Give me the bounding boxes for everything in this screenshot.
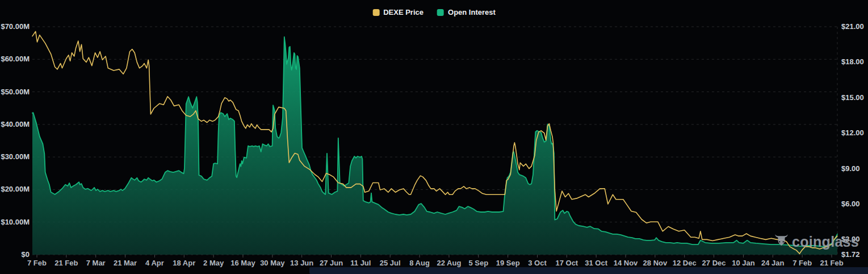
x-axis-label: 28 Nov bbox=[643, 259, 668, 267]
left-axis-label: $0 bbox=[0, 250, 30, 259]
chart-canvas[interactable] bbox=[0, 0, 868, 274]
x-axis-label: 5 Sep bbox=[468, 259, 488, 267]
x-axis-label: 27 Dec bbox=[702, 259, 726, 267]
x-axis-label: 4 Apr bbox=[145, 259, 164, 267]
legend-item-open-interest[interactable]: Open Interest bbox=[437, 8, 496, 16]
x-axis-label: 2 May bbox=[203, 259, 224, 267]
legend-swatch bbox=[372, 9, 379, 16]
left-axis-label: $60.00M bbox=[0, 55, 30, 64]
x-axis-label: 14 Nov bbox=[614, 259, 638, 267]
right-axis-label: $6.00 bbox=[841, 200, 860, 209]
x-axis-label: 8 Aug bbox=[409, 259, 430, 267]
x-axis-label: 19 Sep bbox=[496, 259, 520, 267]
x-axis-label: 11 Jul bbox=[350, 259, 371, 267]
x-axis-label: 7 Mar bbox=[86, 259, 106, 267]
right-axis-label: $21.00 bbox=[841, 22, 864, 31]
right-axis-label: $9.00 bbox=[841, 164, 860, 173]
x-axis-ticks bbox=[37, 255, 832, 258]
coinglass-logo-icon bbox=[774, 233, 789, 250]
chart-legend: DEXE PriceOpen Interest bbox=[372, 8, 496, 16]
watermark-text: coinglass bbox=[792, 234, 859, 250]
left-axis-label: $40.00M bbox=[0, 120, 30, 129]
x-axis-label: 21 Feb bbox=[54, 259, 78, 267]
x-axis-label: 24 Jan bbox=[761, 259, 784, 267]
x-axis-label: 30 May bbox=[260, 259, 284, 267]
x-axis-label: 22 Aug bbox=[437, 259, 461, 267]
left-axis-label: $30.00M bbox=[0, 152, 30, 161]
x-axis-label: 10 Jan bbox=[732, 259, 754, 267]
x-axis-label: 3 Oct bbox=[528, 259, 547, 267]
open-interest-area bbox=[32, 37, 837, 255]
left-axis-label: $70.00M bbox=[0, 22, 30, 31]
x-axis-label: 27 Jun bbox=[320, 259, 343, 267]
legend-label: DEXE Price bbox=[383, 8, 423, 16]
x-axis-label: 16 May bbox=[230, 259, 255, 267]
legend-swatch bbox=[437, 9, 444, 16]
x-axis-label: 18 Apr bbox=[173, 259, 195, 267]
right-axis-label: $1.72 bbox=[841, 250, 860, 259]
left-axis-label: $50.00M bbox=[0, 88, 30, 97]
x-axis-label: 17 Oct bbox=[555, 259, 578, 267]
x-axis-label: 7 Feb bbox=[792, 259, 812, 267]
coinglass-watermark: coinglass bbox=[774, 233, 859, 250]
right-axis-label: $12.00 bbox=[841, 128, 864, 138]
x-axis-label: 25 Jul bbox=[380, 259, 401, 267]
chart-app: $70.00M$60.00M$50.00M$40.00M$30.00M$20.0… bbox=[0, 0, 868, 274]
legend-item-dexe-price[interactable]: DEXE Price bbox=[372, 8, 423, 16]
x-axis-label: 21 Feb bbox=[820, 259, 843, 267]
x-axis-label: 13 Jun bbox=[290, 259, 313, 267]
left-axis-label: $20.00M bbox=[0, 185, 30, 194]
legend-label: Open Interest bbox=[448, 8, 496, 16]
x-axis-label: 21 Mar bbox=[114, 259, 137, 267]
plot-area[interactable] bbox=[32, 31, 837, 255]
timeline-scrollbar[interactable] bbox=[309, 267, 868, 274]
right-axis-label: $15.00 bbox=[841, 93, 864, 102]
x-axis-label: 31 Oct bbox=[585, 259, 607, 267]
x-axis-label: 7 Feb bbox=[27, 259, 47, 267]
left-axis-label: $10.00M bbox=[0, 218, 30, 227]
x-axis-label: 12 Dec bbox=[673, 259, 697, 267]
right-axis-label: $18.00 bbox=[841, 57, 864, 67]
